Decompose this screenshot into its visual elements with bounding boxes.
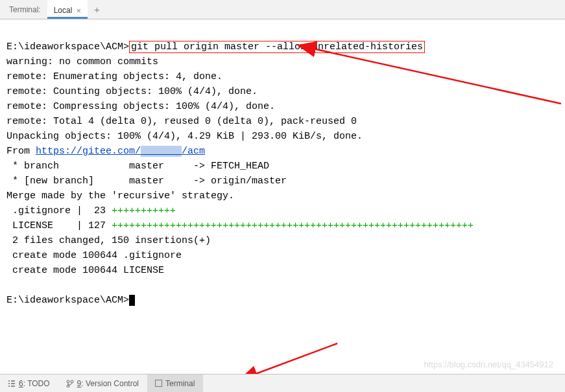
plus-icon: +	[94, 4, 100, 15]
output-line: remote: Enumerating objects: 4, done.	[6, 71, 222, 82]
status-todo-button[interactable]: 6: TODO	[0, 375, 58, 392]
status-vcs-button[interactable]: 9: Version Control	[58, 375, 147, 392]
output-line: create mode 100644 .gitignore	[6, 250, 182, 261]
diff-insertions: ++++++++++++++++++++++++++++++++++++++++…	[112, 220, 474, 231]
status-bar: 6: TODO 9: Version Control Terminal	[0, 374, 565, 392]
output-line: remote: Total 4 (delta 0), reused 0 (del…	[6, 116, 357, 127]
terminal-cursor	[129, 295, 135, 306]
remote-url-link[interactable]: https://gitee.com/xxxxxxx/acm	[36, 146, 205, 157]
diff-file-gitignore: .gitignore | 23	[6, 205, 112, 216]
branch-icon	[66, 380, 74, 387]
diff-insertions: +++++++++++	[112, 205, 176, 216]
git-command-highlight: git pull origin master --allow-unrelated…	[129, 41, 425, 53]
output-line: Unpacking objects: 100% (4/4), 4.29 KiB …	[6, 131, 363, 142]
output-line: * [new branch] master -> origin/master	[6, 176, 287, 187]
list-icon	[8, 380, 16, 387]
output-line: 2 files changed, 150 insertions(+)	[6, 235, 211, 246]
svg-point-3	[67, 380, 69, 383]
status-terminal-button[interactable]: Terminal	[147, 375, 203, 392]
watermark: https://blog.csdn.net/qq_43454912	[424, 360, 554, 369]
terminal-tab-local[interactable]: Local ×	[47, 0, 88, 19]
output-from-prefix: From	[6, 146, 36, 157]
output-line: warning: no common commits	[6, 56, 158, 67]
svg-point-4	[71, 380, 73, 383]
tab-label: Local	[54, 6, 73, 15]
redacted-username: xxxxxxx	[141, 146, 182, 157]
close-icon[interactable]: ×	[76, 6, 81, 16]
diff-file-license: LICENSE | 127	[6, 220, 112, 231]
output-line: remote: Counting objects: 100% (4/4), do…	[6, 86, 258, 97]
prompt-path: E:\ideaworkspace\ACM>	[6, 41, 129, 52]
output-line: create mode 100644 LICENSE	[6, 265, 164, 276]
add-tab-button[interactable]: +	[88, 0, 106, 19]
output-line: * branch master -> FETCH_HEAD	[6, 161, 269, 172]
terminal-tab-bar: Terminal: Local × +	[0, 0, 565, 19]
git-command: git pull origin master --allow-unrelated…	[131, 41, 423, 52]
output-line: Merge made by the 'recursive' strategy.	[6, 190, 234, 202]
terminal-output[interactable]: E:\ideaworkspace\ACM>git pull origin mas…	[0, 19, 565, 373]
prompt-path: E:\ideaworkspace\ACM>	[6, 295, 129, 306]
terminal-icon	[155, 380, 162, 387]
output-line: remote: Compressing objects: 100% (4/4),…	[6, 101, 275, 112]
panel-label: Terminal:	[5, 0, 47, 19]
